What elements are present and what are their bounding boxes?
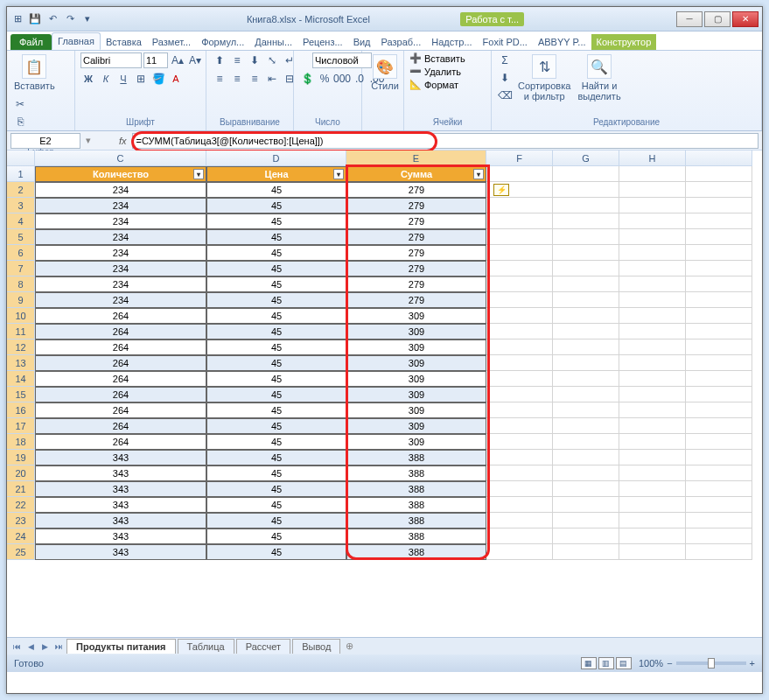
cell[interactable] [553, 497, 619, 513]
cell[interactable] [486, 245, 553, 261]
new-sheet-icon[interactable]: ⊕ [346, 640, 353, 652]
tab-layout[interactable]: Размет... [147, 34, 196, 50]
cell[interactable]: 343 [35, 513, 206, 528]
cell[interactable]: 45 [206, 229, 346, 245]
cell[interactable]: 309 [346, 402, 486, 418]
cell[interactable] [553, 387, 619, 402]
cell[interactable] [686, 497, 752, 513]
cell[interactable] [619, 292, 686, 308]
cell[interactable] [619, 528, 686, 544]
cell[interactable] [553, 418, 619, 434]
cell[interactable]: 45 [206, 402, 346, 418]
column-header[interactable]: D [206, 150, 346, 166]
tab-formulas[interactable]: Формул... [196, 34, 249, 50]
column-header[interactable]: C [35, 150, 206, 166]
cell[interactable] [619, 434, 686, 450]
cell[interactable] [486, 402, 553, 418]
align-middle-icon[interactable]: ≡ [229, 52, 245, 68]
cell[interactable]: 309 [346, 340, 486, 355]
cell[interactable] [686, 371, 752, 387]
cell[interactable] [486, 513, 553, 528]
row-header[interactable]: 18 [7, 434, 35, 450]
cell[interactable] [486, 450, 553, 466]
cell[interactable] [553, 434, 619, 450]
cell[interactable] [619, 198, 686, 214]
shrink-font-icon[interactable]: A▾ [187, 52, 203, 68]
select-all[interactable] [7, 150, 35, 166]
cell[interactable] [619, 166, 686, 182]
cell[interactable]: 388 [346, 450, 486, 466]
cell[interactable]: 45 [206, 434, 346, 450]
tab-foxit[interactable]: Foxit PD... [478, 34, 533, 50]
row-header[interactable]: 1 [7, 166, 35, 182]
cell[interactable]: 279 [346, 292, 486, 308]
cell[interactable]: 234 [35, 229, 206, 245]
cell[interactable]: 343 [35, 528, 206, 544]
cell[interactable] [553, 340, 619, 355]
row-header[interactable]: 21 [7, 481, 35, 497]
column-header[interactable]: F [486, 150, 553, 166]
cell[interactable] [619, 276, 686, 292]
cell[interactable]: 388 [346, 481, 486, 497]
row-header[interactable]: 8 [7, 276, 35, 292]
delete-cell-icon[interactable]: ➖ [409, 66, 422, 77]
cell[interactable]: 343 [35, 450, 206, 466]
align-left-icon[interactable]: ≡ [212, 71, 227, 87]
cell[interactable] [686, 466, 752, 481]
cell[interactable]: 264 [35, 434, 206, 450]
cell[interactable]: 264 [35, 355, 206, 371]
cell[interactable] [553, 276, 619, 292]
cell[interactable] [553, 214, 619, 229]
tab-home[interactable]: Главная [52, 32, 101, 50]
percent-icon[interactable]: % [317, 71, 332, 87]
cell[interactable]: 45 [206, 198, 346, 214]
zoom-slider[interactable] [676, 662, 746, 665]
italic-icon[interactable]: К [98, 71, 114, 87]
cell[interactable] [686, 276, 752, 292]
indent-less-icon[interactable]: ⇤ [264, 71, 280, 87]
row-header[interactable]: 2 [7, 182, 35, 198]
cell[interactable] [686, 182, 752, 198]
cell[interactable] [486, 528, 553, 544]
name-box[interactable]: E2 [10, 133, 80, 149]
cut-icon[interactable]: ✂ [12, 96, 28, 112]
cell[interactable]: 388 [346, 544, 486, 560]
tab-next-icon[interactable]: ▶ [38, 640, 51, 653]
cell[interactable] [486, 229, 553, 245]
cell[interactable] [686, 245, 752, 261]
cell[interactable] [553, 166, 619, 182]
cell[interactable] [619, 308, 686, 324]
cell[interactable] [619, 229, 686, 245]
cell[interactable]: 234 [35, 261, 206, 276]
tab-view[interactable]: Вид [348, 34, 376, 50]
tab-data[interactable]: Данны... [249, 34, 297, 50]
cell[interactable] [553, 198, 619, 214]
cell[interactable] [486, 371, 553, 387]
cell[interactable]: 45 [206, 513, 346, 528]
cell[interactable]: 279 [346, 261, 486, 276]
comma-icon[interactable]: 000 [334, 71, 350, 87]
cell[interactable]: 45 [206, 324, 346, 340]
cell[interactable]: 45 [206, 292, 346, 308]
sheet-tab-active[interactable]: Продукты питания [66, 639, 176, 654]
cell[interactable] [486, 292, 553, 308]
cell[interactable] [486, 166, 553, 182]
cell[interactable]: 45 [206, 387, 346, 402]
cell[interactable] [619, 402, 686, 418]
cell[interactable] [619, 355, 686, 371]
cell[interactable]: 45 [206, 497, 346, 513]
tab-prev-icon[interactable]: ◀ [24, 640, 37, 653]
tab-addins[interactable]: Надстр... [426, 34, 477, 50]
cell[interactable] [619, 261, 686, 276]
redo-icon[interactable]: ↷ [63, 12, 77, 26]
cell[interactable] [486, 324, 553, 340]
cell[interactable]: 279 [346, 276, 486, 292]
qat-dropdown-icon[interactable]: ▾ [80, 12, 94, 26]
cell[interactable] [686, 324, 752, 340]
cell[interactable] [553, 308, 619, 324]
cell[interactable] [619, 418, 686, 434]
cell[interactable] [619, 466, 686, 481]
font-name-input[interactable] [80, 52, 142, 68]
row-header[interactable]: 6 [7, 245, 35, 261]
cell[interactable] [619, 481, 686, 497]
